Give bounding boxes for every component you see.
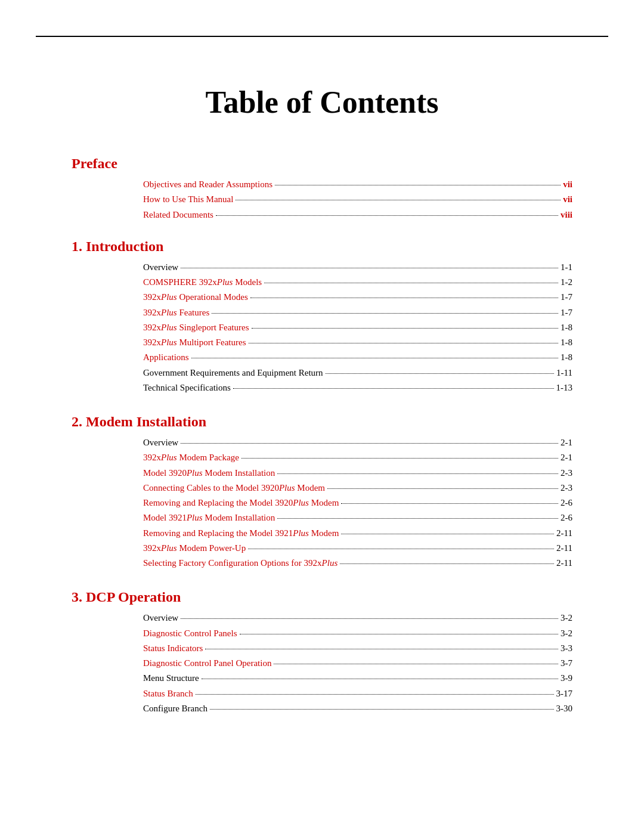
dots bbox=[181, 618, 558, 619]
list-item: 392xPlus Modem Package 2-1 bbox=[143, 451, 572, 465]
entry-title: Status Indicators bbox=[143, 642, 203, 655]
top-rule bbox=[36, 36, 608, 37]
dots bbox=[181, 443, 558, 444]
dots bbox=[340, 563, 554, 564]
list-item: Selecting Factory Configuration Options … bbox=[143, 556, 572, 570]
entry-page: 3-30 bbox=[556, 702, 573, 716]
list-item: Status Branch 3-17 bbox=[143, 687, 572, 701]
list-item: 392xPlus Multiport Features 1-8 bbox=[143, 336, 572, 349]
entry-page: 1-11 bbox=[556, 366, 572, 380]
entry-page: 2-6 bbox=[561, 496, 572, 510]
entry-title: Government Requirements and Equipment Re… bbox=[143, 366, 323, 380]
dots bbox=[242, 458, 558, 459]
introduction-heading: 1. Introduction bbox=[72, 239, 572, 255]
entry-title: Model 3920Plus Modem Installation bbox=[143, 466, 275, 480]
dots bbox=[181, 268, 558, 268]
entry-title: 392xPlus Singleport Features bbox=[143, 321, 249, 335]
list-item: Model 3921Plus Modem Installation 2-6 bbox=[143, 511, 572, 525]
list-item: 392xPlus Operational Modes 1-7 bbox=[143, 290, 572, 304]
list-item: Diagnostic Control Panel Operation 3-7 bbox=[143, 657, 572, 670]
dots bbox=[212, 313, 558, 314]
introduction-entries: Overview 1-1 COMSPHERE 392xPlus Models 1… bbox=[143, 261, 572, 395]
entry-page: 2-3 bbox=[561, 466, 572, 480]
dots bbox=[191, 358, 558, 358]
dots bbox=[277, 473, 558, 474]
entry-title: 392xPlus Modem Power-Up bbox=[143, 541, 246, 555]
section-introduction: 1. Introduction Overview 1-1 COMSPHERE 3… bbox=[72, 239, 572, 395]
list-item: Applications 1-8 bbox=[143, 351, 572, 364]
entry-page: 3-17 bbox=[556, 687, 573, 701]
entry-page: 1-13 bbox=[556, 381, 573, 395]
entry-page: 3-9 bbox=[561, 671, 572, 685]
entry-title: 392xPlus Multiport Features bbox=[143, 336, 246, 349]
dots bbox=[327, 488, 558, 489]
entry-page: vii bbox=[563, 193, 572, 206]
dots bbox=[248, 549, 554, 549]
list-item: Overview 1-1 bbox=[143, 261, 572, 274]
list-item: Overview 2-1 bbox=[143, 436, 572, 450]
entry-title: Selecting Factory Configuration Options … bbox=[143, 556, 338, 570]
dots bbox=[264, 283, 558, 283]
dots bbox=[216, 215, 558, 216]
dots bbox=[275, 185, 561, 185]
entry-page: 1-7 bbox=[561, 290, 572, 304]
list-item: 392xPlus Singleport Features 1-8 bbox=[143, 321, 572, 335]
dcp-operation-heading: 3. DCP Operation bbox=[72, 589, 572, 605]
entry-page: vii bbox=[563, 178, 572, 191]
page-title: Table of Contents bbox=[0, 85, 644, 120]
entry-title: Status Branch bbox=[143, 687, 193, 701]
entry-title: COMSPHERE 392xPlus Models bbox=[143, 275, 262, 289]
section-preface: Preface Objectives and Reader Assumption… bbox=[72, 156, 572, 222]
dots bbox=[240, 634, 559, 634]
entry-page: 2-1 bbox=[561, 436, 572, 450]
preface-heading: Preface bbox=[72, 156, 572, 172]
dots bbox=[202, 679, 558, 679]
entry-title: 392xPlus Features bbox=[143, 306, 209, 320]
dots bbox=[205, 649, 558, 649]
entry-title: Objectives and Reader Assumptions bbox=[143, 178, 273, 191]
modem-installation-heading: 2. Modem Installation bbox=[72, 414, 572, 430]
dots bbox=[236, 200, 561, 200]
dots bbox=[196, 694, 554, 695]
entry-page: 2-11 bbox=[556, 556, 572, 570]
list-item: Removing and Replacing the Model 3921Plu… bbox=[143, 527, 572, 540]
dots bbox=[210, 709, 554, 710]
dots bbox=[277, 518, 558, 519]
entry-title: Applications bbox=[143, 351, 189, 364]
entry-title: Technical Specifications bbox=[143, 381, 231, 395]
entry-title: Overview bbox=[143, 436, 178, 450]
list-item: Related Documents viii bbox=[143, 208, 572, 222]
entry-title: Related Documents bbox=[143, 208, 213, 222]
entry-page: 3-7 bbox=[561, 657, 572, 670]
content-area: Preface Objectives and Reader Assumption… bbox=[36, 156, 608, 716]
title-area: Table of Contents bbox=[0, 85, 644, 120]
entry-page: viii bbox=[561, 208, 572, 222]
entry-page: 1-1 bbox=[561, 261, 572, 274]
entry-title: Removing and Replacing the Model 3920Plu… bbox=[143, 496, 339, 510]
dots bbox=[249, 343, 559, 343]
dots bbox=[341, 534, 554, 534]
entry-title: Overview bbox=[143, 611, 178, 625]
entry-title: Model 3921Plus Modem Installation bbox=[143, 511, 275, 525]
page: Table of Contents Preface Objectives and… bbox=[0, 36, 644, 833]
entry-title: How to Use This Manual bbox=[143, 193, 233, 206]
list-item: Objectives and Reader Assumptions vii bbox=[143, 178, 572, 191]
entry-page: 1-8 bbox=[561, 351, 572, 364]
entry-page: 3-2 bbox=[561, 627, 572, 640]
list-item: Configure Branch 3-30 bbox=[143, 702, 572, 716]
list-item: Removing and Replacing the Model 3920Plu… bbox=[143, 496, 572, 510]
entry-page: 3-3 bbox=[561, 642, 572, 655]
list-item: Technical Specifications 1-13 bbox=[143, 381, 572, 395]
entry-page: 1-8 bbox=[561, 336, 572, 349]
entry-page: 2-11 bbox=[556, 527, 572, 540]
entry-page: 2-3 bbox=[561, 481, 572, 495]
entry-title: Configure Branch bbox=[143, 702, 208, 716]
list-item: Overview 3-2 bbox=[143, 611, 572, 625]
list-item: Status Indicators 3-3 bbox=[143, 642, 572, 655]
list-item: How to Use This Manual vii bbox=[143, 193, 572, 206]
section-modem-installation: 2. Modem Installation Overview 2-1 392xP… bbox=[72, 414, 572, 570]
entry-page: 1-7 bbox=[561, 306, 572, 320]
entry-title: Removing and Replacing the Model 3921Plu… bbox=[143, 527, 339, 540]
entry-page: 1-2 bbox=[561, 275, 572, 289]
preface-entries: Objectives and Reader Assumptions vii Ho… bbox=[143, 178, 572, 222]
